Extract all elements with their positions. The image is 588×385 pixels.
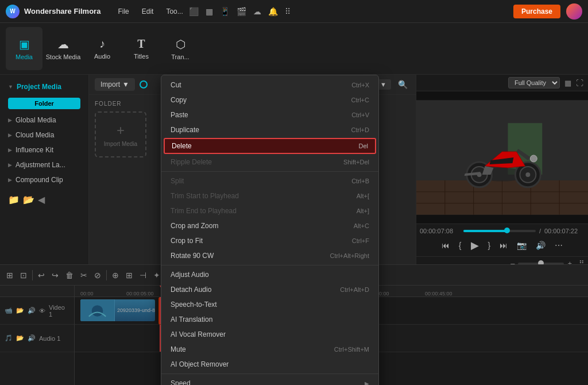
track-label-eye-icon[interactable]: 👁 [39, 307, 45, 314]
ctx-copy[interactable]: Copy Ctrl+C [161, 93, 378, 107]
remove-folder-icon[interactable]: 📂 [23, 194, 34, 205]
avatar[interactable] [566, 3, 582, 20]
progress-track[interactable] [463, 230, 536, 232]
ctx-sep-2 [161, 265, 378, 265]
ctx-ai-vocal-label: AI Vocal Remover [171, 330, 226, 338]
ctx-speech-to-text[interactable]: Speech-to-Text [161, 297, 378, 312]
expand-icon[interactable]: ⛶ [576, 79, 583, 87]
mark-in-icon[interactable]: { [457, 240, 464, 251]
quality-select[interactable]: Full Quality [508, 77, 560, 88]
progress-thumb [504, 228, 510, 233]
cloud-icon: ☁ [253, 7, 261, 16]
ctx-cut[interactable]: Cut Ctrl+X [161, 78, 378, 93]
camera-icon[interactable]: 📷 [514, 240, 529, 251]
add-track-icon[interactable]: ⊞ [5, 269, 15, 282]
video-clip-1[interactable]: 20920339-und-80... [80, 299, 155, 321]
cloud-media-label: Cloud Media [16, 131, 54, 139]
audio-track-mute-icon[interactable]: 🔊 [28, 334, 36, 342]
ctx-trim-end[interactable]: Trim End to Playhead Alt+] [161, 203, 378, 218]
undo-icon[interactable]: ↩ [36, 269, 47, 282]
skip-start-icon[interactable]: ⏮ [439, 240, 452, 251]
sidebar-item-project-media[interactable]: ▼ Project Media [3, 79, 85, 94]
ruler-tick-1: 00:00:05:00 [126, 291, 154, 297]
ctx-split[interactable]: Split Ctrl+B [161, 174, 378, 188]
redo-icon[interactable]: ↪ [50, 269, 60, 282]
toolbar-transitions[interactable]: ⬡ Tran... [162, 27, 199, 70]
chevron-right-icon: ▶ [8, 117, 12, 123]
grid-view-icon[interactable]: ▦ [564, 79, 571, 87]
skip-end-icon[interactable]: ⏭ [497, 240, 510, 251]
track-label-audio-icon[interactable]: 🔊 [28, 307, 36, 314]
razor-icon[interactable]: ⊘ [92, 269, 103, 282]
ctx-duplicate[interactable]: Duplicate Ctrl+D [161, 122, 378, 137]
toolbar-stock-media[interactable]: ☁ Stock Media [45, 27, 82, 70]
ctx-speed-arrow: ▶ [365, 380, 369, 386]
sidebar: ▼ Project Media Folder ▶ Global Media ▶ … [0, 75, 89, 270]
menu-edit[interactable]: Edit [136, 5, 160, 18]
play-button[interactable]: ▶ [469, 238, 481, 253]
ctx-crop-zoom-shortcut: Alt+C [354, 222, 369, 229]
ctx-delete[interactable]: Delete Del [164, 138, 376, 154]
toolbar-audio-label: Audio [94, 53, 110, 60]
preview-controls: 00:00:07:08 / 00:00:07:22 ⏮ { ▶ } ⏭ 📷 🔊 … [416, 224, 588, 256]
more-icon[interactable]: ⋯ [552, 240, 565, 251]
sidebar-item-adjustment[interactable]: ▶ Adjustment La... [3, 157, 85, 172]
ctx-speed[interactable]: Speed ▶ [161, 376, 378, 385]
sidebar-item-cloud-media[interactable]: ▶ Cloud Media [3, 128, 85, 143]
sidebar-folder-btn[interactable]: Folder [8, 98, 80, 109]
search-button[interactable]: 🔍 [396, 79, 410, 90]
sidebar-item-influence-kit[interactable]: ▶ Influence Kit [3, 143, 85, 157]
influence-kit-label: Influence Kit [16, 146, 53, 154]
svg-point-19 [92, 305, 103, 317]
ctx-mute[interactable]: Mute Ctrl+Shift+M [161, 342, 378, 357]
ctx-ai-translation[interactable]: AI Translation [161, 312, 378, 327]
audio-track-label: 🎵 📂 🔊 Audio 1 [0, 325, 74, 352]
ctx-adjust-audio[interactable]: Adjust Audio [161, 267, 378, 282]
sidebar-item-global-media[interactable]: ▶ Global Media [3, 113, 85, 128]
toolbar-audio[interactable]: ♪ Audio [84, 27, 121, 70]
sidebar-item-compound-clip[interactable]: ▶ Compound Clip [3, 172, 85, 187]
ctx-split-shortcut: Ctrl+B [351, 178, 369, 184]
ctx-ai-object[interactable]: AI Object Remover [161, 357, 378, 372]
progress-fill [463, 230, 507, 232]
ctx-crop-fit[interactable]: Crop to Fit Ctrl+F [161, 233, 378, 248]
ctx-detach-audio[interactable]: Detach Audio Ctrl+Alt+D [161, 282, 378, 297]
ctx-rotate[interactable]: Rotate 90 CW Ctrl+Alt+Right [161, 248, 378, 263]
menu-file[interactable]: File [112, 5, 134, 18]
view-toggle[interactable] [140, 80, 148, 88]
magnet-icon[interactable]: ⊡ [18, 269, 29, 282]
video-track-label: 📹 📂 🔊 👁 Video 1 [0, 297, 74, 325]
ctx-speech-label: Speech-to-Text [171, 301, 217, 309]
mark-out-icon[interactable]: } [486, 240, 493, 251]
audio1-label: Audio 1 [39, 335, 60, 342]
time-bar: 00:00:07:08 / 00:00:07:22 [420, 228, 585, 234]
grid-icon: ▦ [206, 7, 213, 16]
ctx-paste-label: Paste [171, 111, 188, 119]
track-label-add-icon[interactable]: 📂 [16, 307, 24, 314]
add-folder-icon[interactable]: 📁 [8, 194, 20, 205]
toolbar-media[interactable]: ▣ Media [6, 27, 42, 70]
add-media-icon[interactable]: ⊕ [110, 269, 121, 282]
split-icon[interactable]: ⊣ [138, 269, 148, 282]
audio-track-add-icon[interactable]: 📂 [16, 334, 24, 342]
ctx-duplicate-shortcut: Ctrl+D [351, 126, 369, 133]
ctx-trim-start-shortcut: Alt+[ [357, 192, 369, 199]
ctx-ripple-delete[interactable]: Ripple Delete Shift+Del [161, 155, 378, 170]
zoom-fit-icon[interactable]: ⊞ [124, 269, 134, 282]
ctx-ai-vocal[interactable]: AI Vocal Remover [161, 327, 378, 342]
import-button[interactable]: Import ▼ [95, 78, 135, 91]
cut-icon[interactable]: ✂ [79, 269, 89, 282]
collapse-icon[interactable]: ◀ [38, 194, 45, 205]
delete-icon[interactable]: 🗑 [64, 269, 75, 282]
purchase-button[interactable]: Purchase [513, 5, 560, 18]
ctx-crop-zoom[interactable]: Crop and Zoom Alt+C [161, 218, 378, 233]
ctx-trim-start[interactable]: Trim Start to Playhead Alt+[ [161, 188, 378, 203]
menu-bar: File Edit Too... [112, 5, 188, 18]
toolbar-titles[interactable]: T Titles [123, 27, 160, 70]
ctx-sep-1 [161, 171, 378, 172]
ctx-paste[interactable]: Paste Ctrl+V [161, 107, 378, 122]
menu-tools[interactable]: Too... [160, 5, 188, 18]
ctx-delete-label: Delete [172, 142, 192, 150]
audio-icon2[interactable]: 🔊 [533, 240, 548, 251]
import-media-card[interactable]: + Import Media [95, 111, 146, 157]
